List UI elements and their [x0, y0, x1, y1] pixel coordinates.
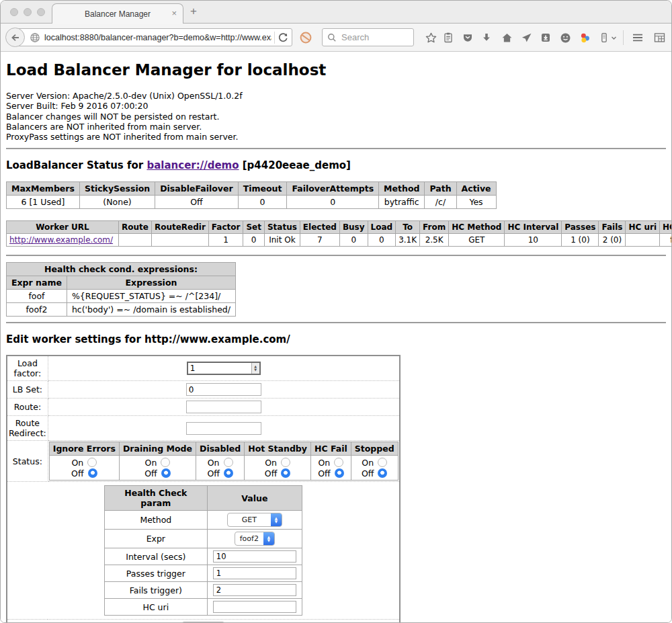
send-icon [520, 32, 533, 44]
radio-cell-ignore-errors: On Off [49, 456, 119, 481]
status-table: Ignore Errors Draining Mode Disabled Hot… [49, 442, 398, 481]
search-input[interactable]: Search [322, 28, 414, 46]
radio-hot-standby-off[interactable] [281, 468, 290, 478]
col-disabled: Disabled [196, 442, 245, 456]
radio-stopped-on[interactable] [378, 458, 387, 467]
tab-close-icon[interactable]: × [171, 9, 177, 18]
menu-button[interactable] [630, 31, 646, 44]
radio-on-label: On [265, 458, 277, 468]
radio-stopped-off[interactable] [378, 468, 387, 478]
radio-off-label: Off [362, 468, 374, 479]
lb-status-prefix: LoadBalancer Status for [6, 159, 146, 171]
col-disablefailover: DisableFailover [155, 182, 238, 196]
cell-hc-uri [626, 234, 660, 247]
clipboard-icon [442, 32, 454, 44]
hc-row-uri: HC uri [104, 599, 302, 616]
load-factor-input[interactable] [188, 363, 251, 374]
radio-disabled-off[interactable] [224, 468, 233, 478]
hc-fails-input[interactable] [213, 584, 296, 596]
col-path: Path [425, 182, 456, 196]
expr-value-foof: %{REQUEST_STATUS} =~ /^[234]/ [67, 290, 235, 303]
lb-status-suffix: [p4420eeae_demo] [239, 159, 351, 171]
window-zoom-button[interactable] [37, 8, 45, 16]
expressions-title: Health check cond. expressions: [7, 263, 236, 276]
col-ignore-errors: Ignore Errors [49, 442, 119, 456]
submit-button[interactable]: Submit [181, 622, 225, 622]
downloads-button[interactable] [480, 31, 493, 44]
lb-set-input[interactable] [186, 383, 261, 396]
radio-ignore-errors-on[interactable] [87, 458, 97, 467]
col-routeredir: RouteRedir [151, 221, 208, 234]
url-bar[interactable]: localhost:8880/balancer-manager?b=demo&w… [15, 28, 292, 46]
color-dots-icon [579, 32, 591, 44]
lb-status-heading: LoadBalancer Status for balancer://demo … [6, 159, 666, 171]
status-header-row: Ignore Errors Draining Mode Disabled Hot… [49, 442, 398, 456]
window-close-button[interactable] [10, 8, 18, 16]
hc-passes-input[interactable] [213, 567, 296, 579]
reading-list-button[interactable] [442, 31, 455, 44]
expr-name-foof: foof [7, 290, 67, 303]
tab-groups-button[interactable] [653, 31, 666, 44]
radio-draining-mode-on[interactable] [161, 458, 170, 467]
back-button[interactable] [5, 28, 25, 47]
hc-uri-input[interactable] [213, 601, 296, 613]
divider [6, 322, 666, 323]
bookmark-star-button[interactable] [424, 31, 437, 44]
expr-name-foof2: foof2 [7, 303, 67, 317]
container-button[interactable] [597, 31, 611, 44]
form-row-load-factor: Load factor: ▲▼ [7, 356, 400, 381]
route-cell [48, 399, 399, 416]
col-busy: Busy [339, 221, 368, 234]
tab-balancer-manager[interactable]: Balancer Manager × [52, 3, 183, 24]
reload-icon[interactable] [278, 32, 288, 43]
cell-routeredir [151, 234, 208, 247]
col-set: Set [243, 221, 265, 234]
page-content: Load Balancer Manager for localhost Serv… [1, 52, 671, 622]
radio-hot-standby-on[interactable] [281, 458, 290, 467]
hc-row-fails: Fails trigger) [104, 582, 302, 599]
radio-draining-mode-off[interactable] [161, 468, 171, 478]
radio-hc-fail-on[interactable] [334, 458, 343, 467]
balancer-demo-link[interactable]: balancer://demo [146, 159, 239, 171]
cell-load: 0 [368, 234, 396, 247]
number-spinner[interactable]: ▲▼ [251, 363, 259, 374]
radio-ignore-errors-off[interactable] [88, 468, 97, 478]
toolbar-separator [623, 30, 624, 45]
col-maxmembers: MaxMembers [7, 182, 80, 196]
form-row-route: Route: [7, 399, 400, 416]
new-tab-button[interactable]: + [190, 5, 197, 18]
route-redirect-input[interactable] [186, 422, 261, 435]
worker-url-link[interactable]: http://www.example.com/ [9, 235, 113, 245]
hc-passes-cell [207, 565, 302, 582]
hc-interval-input[interactable] [213, 550, 296, 563]
expressions-table: Health check cond. expressions: Expr nam… [6, 262, 236, 317]
col-expr-name: Expr name [7, 276, 67, 290]
url-text[interactable]: localhost:8880/balancer-manager?b=demo&w… [44, 33, 271, 42]
pocket-button[interactable] [461, 31, 474, 44]
extension-colors-button[interactable] [578, 31, 591, 44]
container-dropdown[interactable] [610, 31, 618, 44]
tab-title: Balancer Manager [85, 9, 151, 19]
col-passes: Passes [562, 221, 599, 234]
edit-worker-form: Load factor: ▲▼ LB Set: Route: Route Red… [6, 355, 401, 622]
browser-window: Balancer Manager × + localhost:8880/bala… [0, 0, 672, 623]
hc-expr-cell: foof2▲▼ [207, 530, 302, 548]
hc-expr-select[interactable]: foof2▲▼ [235, 532, 275, 546]
cell-disablefailover: Off [155, 196, 238, 209]
balancer-status-table: MaxMembers StickySession DisableFailover… [6, 181, 497, 209]
col-hc-param: Health Check param [104, 486, 207, 511]
send-tab-button[interactable] [519, 31, 533, 44]
url-divider [274, 32, 275, 44]
feedback-button[interactable] [558, 31, 572, 44]
col-elected: Elected [300, 221, 339, 234]
radio-disabled-on[interactable] [224, 458, 233, 467]
route-input[interactable] [186, 401, 261, 413]
save-page-button[interactable] [539, 31, 552, 44]
radio-hc-fail-off[interactable] [335, 468, 344, 478]
hc-method-select[interactable]: GET▲▼ [227, 513, 282, 527]
notice-balancers: Balancers are NOT inherited from main se… [6, 122, 666, 132]
select-stepper-icon: ▲▼ [263, 532, 274, 545]
home-button[interactable] [500, 31, 513, 44]
window-minimize-button[interactable] [24, 8, 32, 16]
block-icon[interactable] [299, 31, 312, 44]
